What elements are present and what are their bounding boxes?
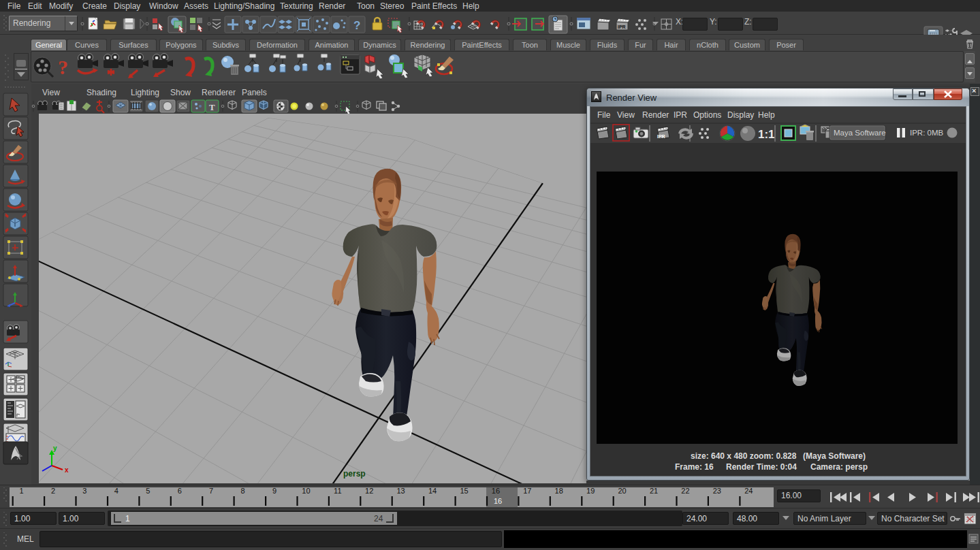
svg-text:24: 24 bbox=[744, 487, 753, 495]
svg-text:8: 8 bbox=[240, 487, 244, 495]
svg-text:12: 12 bbox=[365, 487, 373, 495]
svg-text:17: 17 bbox=[523, 487, 531, 495]
svg-text:y: y bbox=[53, 444, 57, 452]
svg-text:4: 4 bbox=[114, 487, 118, 495]
svg-text:11: 11 bbox=[334, 487, 341, 495]
svg-text:?: ? bbox=[353, 19, 360, 32]
svg-text:13: 13 bbox=[396, 487, 405, 495]
svg-text:16: 16 bbox=[494, 497, 502, 505]
svg-text:14: 14 bbox=[428, 487, 437, 495]
svg-text:3: 3 bbox=[82, 487, 86, 495]
svg-text:1:1: 1:1 bbox=[758, 128, 775, 141]
svg-text:20: 20 bbox=[618, 487, 626, 495]
svg-text:IPR: 0MB: IPR: 0MB bbox=[910, 129, 944, 137]
svg-text:IPR: IPR bbox=[657, 134, 665, 139]
svg-text:Maya Software: Maya Software bbox=[834, 129, 886, 137]
svg-text:9: 9 bbox=[272, 487, 276, 495]
svg-text:18: 18 bbox=[555, 487, 563, 495]
svg-text:persp: persp bbox=[343, 469, 366, 479]
svg-text:?: ? bbox=[58, 56, 68, 78]
svg-text:21: 21 bbox=[650, 487, 658, 495]
svg-text:22: 22 bbox=[681, 487, 689, 495]
svg-text:19: 19 bbox=[586, 487, 595, 495]
svg-text:5: 5 bbox=[146, 487, 150, 495]
svg-text:T: T bbox=[209, 102, 215, 112]
svg-text:23: 23 bbox=[713, 487, 721, 495]
svg-text:IPR: IPR bbox=[618, 25, 626, 29]
svg-text:2: 2 bbox=[51, 487, 55, 495]
svg-text:16: 16 bbox=[492, 487, 500, 495]
svg-text:1: 1 bbox=[20, 487, 24, 495]
svg-text:6: 6 bbox=[178, 487, 182, 495]
svg-text:7: 7 bbox=[209, 487, 213, 495]
svg-text:10: 10 bbox=[302, 487, 310, 495]
svg-text:x: x bbox=[65, 466, 69, 474]
svg-text:15: 15 bbox=[460, 487, 468, 495]
